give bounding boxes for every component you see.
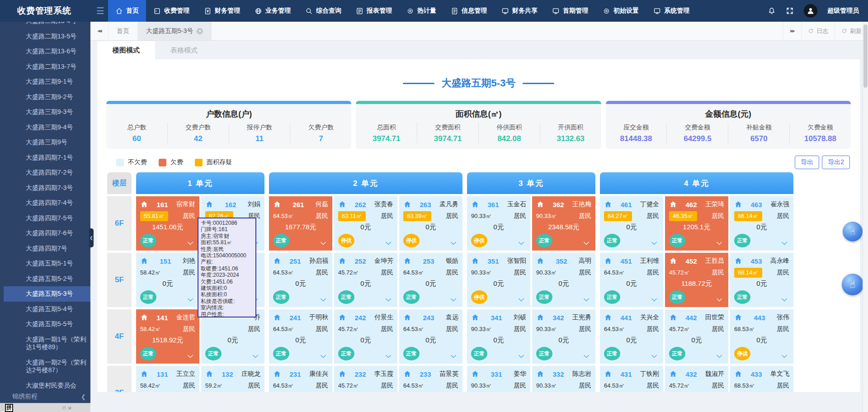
mode-tab-楼图模式[interactable]: 楼图模式 <box>97 41 155 59</box>
apartment-cell[interactable]: 361玉金石90.33㎡居民0元停供 <box>467 196 530 251</box>
nav-item-财务管理[interactable]: 财务管理 <box>197 0 247 22</box>
nav-item-信息管理[interactable]: 信息管理 <box>443 0 494 22</box>
sidebar-item[interactable]: 大盛路四期7-4号 <box>0 195 90 211</box>
sidebar-item[interactable]: 大盛路三期9-1号 <box>0 74 90 90</box>
apartment-cell[interactable]: 341刘硕90.33㎡居民0元正常 <box>467 309 530 364</box>
sidebar-footer[interactable]: 锦绣前程 ❮ <box>0 391 90 402</box>
sidebar-item[interactable]: 大盛路五期5-2号 <box>0 271 90 287</box>
sidebar-item[interactable]: 大盛路四期7号 <box>0 241 90 256</box>
apartment-cell[interactable]: 451王利维64.53㎡居民0元正常 <box>600 253 663 307</box>
scrollbar-thumb[interactable] <box>863 24 868 88</box>
sidebar-item[interactable]: 大盛路三期9号 <box>0 135 90 150</box>
nav-item-系统管理[interactable]: 系统管理 <box>646 0 697 22</box>
tab-大盛路五期5-3号[interactable]: 大盛路五期5-3号✕ <box>138 22 212 40</box>
apartment-cell[interactable]: 463崔永强86.14㎡居民0元正常 <box>730 196 793 251</box>
sidebar-item[interactable]: 大盛路一期1号（荣利达1号楼89） <box>0 332 90 355</box>
nav-item-报表管理[interactable]: 报表管理 <box>349 0 399 22</box>
sidebar-item[interactable]: 大盛路五期5-3号 <box>4 286 90 302</box>
nav-item-初始设置[interactable]: 初始设置 <box>595 0 646 22</box>
tab-首页[interactable]: 首页 <box>108 22 138 40</box>
bell-icon[interactable] <box>768 7 776 15</box>
nav-item-首期管理[interactable]: 首期管理 <box>545 0 595 22</box>
nav-item-首页[interactable]: 首页 <box>108 0 146 22</box>
apartment-cell[interactable]: 453高永峰68.14㎡居民0元正常 <box>730 253 793 307</box>
apartment-cell[interactable]: 431丁铁刚64.53㎡居民0元正常 <box>600 366 663 392</box>
card-accent-bar <box>606 101 851 104</box>
sidebar-item[interactable]: 大盛路四期7-1号 <box>0 150 90 166</box>
chevron-down-icon <box>779 352 789 360</box>
apartment-cell[interactable]: 132庄晓龙59.2㎡居民0元正常 <box>201 366 264 392</box>
mode-tab-表格模式[interactable]: 表格模式 <box>155 41 213 59</box>
apartment-cell[interactable]: 441关兴全64.53㎡居民0元正常 <box>600 309 663 364</box>
ime-buttons[interactable]: □∪ <box>63 405 71 410</box>
hamburger-icon[interactable]: ☰ <box>93 5 108 16</box>
apartment-cell[interactable]: 261何磊64.53㎡居民1677.78元正常 <box>269 196 332 251</box>
apartment-cell[interactable]: 452王胜昌45.72㎡居民1188.72元正常 <box>665 253 728 307</box>
ime-indicator[interactable]: 拼 <box>5 404 13 412</box>
tabs-scroll-left-icon[interactable]: ◀◀ <box>90 22 108 40</box>
sidebar-item[interactable]: 大盛路五期5-1号 <box>0 256 90 271</box>
nav-item-收费管理[interactable]: 收费管理 <box>146 0 197 22</box>
apartment-cell[interactable]: 232李玉霞45.72㎡居民0元正常 <box>334 366 397 392</box>
apartment-cell[interactable]: 233苗景英64.53㎡居民0元正常 <box>399 366 462 392</box>
apartment-cell[interactable]: 263孟凡勇83.39㎡居民0元停供 <box>399 196 462 251</box>
apartment-cell[interactable]: 433单文飞68.53㎡居民0元停供 <box>730 366 793 392</box>
apartment-cell[interactable]: 242付景生45.72㎡居民0元正常 <box>334 309 397 364</box>
export-button-导出2[interactable]: 导出2 <box>822 156 850 169</box>
sidebar-item[interactable]: 大盛路五期5-4号 <box>0 302 90 317</box>
fullscreen-icon[interactable] <box>786 7 794 15</box>
apartment-cell[interactable]: 252金坤芳45.72㎡居民0元正常 <box>334 253 397 307</box>
avatar[interactable] <box>804 4 817 18</box>
current-user[interactable]: 超级管理员 <box>827 7 859 15</box>
apartment-cell[interactable]: 241于明秋64.53㎡居民0元正常 <box>269 309 332 364</box>
export-button-导出[interactable]: 导出 <box>795 156 819 169</box>
sidebar-item[interactable]: 大盛路二期13-4号 <box>0 22 90 29</box>
sidebar-item[interactable]: 大盛路三期9-4号 <box>0 120 90 135</box>
apartment-cell[interactable]: 362王艳梅90.33㎡居民2348.58元正常 <box>532 196 595 251</box>
apartment-cell[interactable]: 331姜华90.33㎡居民0元正常 <box>467 366 530 392</box>
apartment-cell[interactable]: 332陈志岩90.33㎡居民0元正常 <box>532 366 595 392</box>
sidebar-item[interactable]: 大盛路二期13-6号 <box>0 44 90 59</box>
amount-due: 0元 <box>536 279 591 289</box>
sidebar-item[interactable]: 大盛路四期7-5号 <box>0 211 90 226</box>
sidebar-item[interactable]: 大盛路二期13-7号 <box>0 59 90 75</box>
nav-item-业务管理[interactable]: 业务管理 <box>247 0 298 22</box>
sidebar-item[interactable]: 大溆堡村民委员会 <box>0 378 90 393</box>
nav-item-财务共享[interactable]: 财务共享 <box>494 0 545 22</box>
apartment-cell[interactable]: 462王荣琦46.35㎡居民1205.1元正常 <box>665 196 728 251</box>
apartment-cell[interactable]: 443张伟68.53㎡居民0元停供 <box>730 309 793 364</box>
page-scrollbar[interactable] <box>863 22 868 412</box>
tabs-scroll-right-icon[interactable]: ▶▶ <box>783 22 801 40</box>
sidebar-item[interactable]: 大盛路三期9-3号 <box>0 104 90 120</box>
apartment-cell[interactable]: 253银皓64.53㎡居民0元正常 <box>399 253 462 307</box>
apartment-cell[interactable]: 131王立立58.42㎡居民0元正常 <box>136 366 199 392</box>
apartment-cell[interactable]: 442田世荣45.72㎡居民0元正常 <box>665 309 728 364</box>
apartment-cell[interactable]: 432魏淑芹45.72㎡居民0元正常 <box>665 366 728 392</box>
sidebar-item[interactable]: 大盛路二期13-5号 <box>0 29 90 44</box>
apartment-cell[interactable]: 151刘艳58.42㎡居民0元正常 <box>136 253 199 307</box>
sidebar-item[interactable]: 大盛路四期7-2号 <box>0 165 90 180</box>
apartment-cell[interactable]: 351张智阳90.33㎡居民0元停供 <box>467 253 530 307</box>
sidebar-item[interactable]: 大盛路三期9-2号 <box>0 90 90 105</box>
apartment-cell[interactable]: 161宿常财55.81㎡居民1451.06元正常 <box>136 196 199 251</box>
sidebar-collapse-handle[interactable]: ❮ <box>89 228 94 247</box>
nav-item-综合查询[interactable]: 综合查询 <box>298 0 349 22</box>
floating-scroll-button-2[interactable]: ☝ <box>842 274 863 295</box>
apartment-cell[interactable]: 352高明90.33㎡居民0元正常 <box>532 253 595 307</box>
nav-item-热计量[interactable]: 热计量 <box>399 0 443 22</box>
apartment-cell[interactable]: 243袁远64.53㎡居民0元正常 <box>399 309 462 364</box>
apartment-cell[interactable]: 251孙启福64.53㎡居民0元正常 <box>269 253 332 307</box>
sidebar-item[interactable]: 大盛路一期2号（荣利达2号楼87） <box>0 355 90 378</box>
sidebar-item[interactable]: 大盛路四期7-6号 <box>0 226 90 241</box>
ime-drag-handle[interactable] <box>1 404 4 412</box>
floating-scroll-button-1[interactable]: ☝ <box>843 222 863 242</box>
apartment-cell[interactable]: 262张贵春63.11㎡居民0元停供 <box>334 196 397 251</box>
apartment-cell[interactable]: 342王宪勇90.33㎡居民0元正常 <box>532 309 595 364</box>
tab-action-日志[interactable]: 日志 <box>801 22 835 40</box>
apartment-cell[interactable]: 461丁健全64.27㎡居民0元正常 <box>600 196 663 251</box>
apartment-cell[interactable]: 231康佳兴64.53㎡居民0元正常 <box>269 366 332 392</box>
apartment-cell[interactable]: 141金连哲58.42㎡居民1518.92元正常 <box>136 309 199 364</box>
sidebar-item[interactable]: 大盛路四期7-3号 <box>0 180 90 196</box>
close-icon[interactable]: ✕ <box>197 28 203 34</box>
sidebar-item[interactable]: 大盛路五期5-5号 <box>0 317 90 332</box>
